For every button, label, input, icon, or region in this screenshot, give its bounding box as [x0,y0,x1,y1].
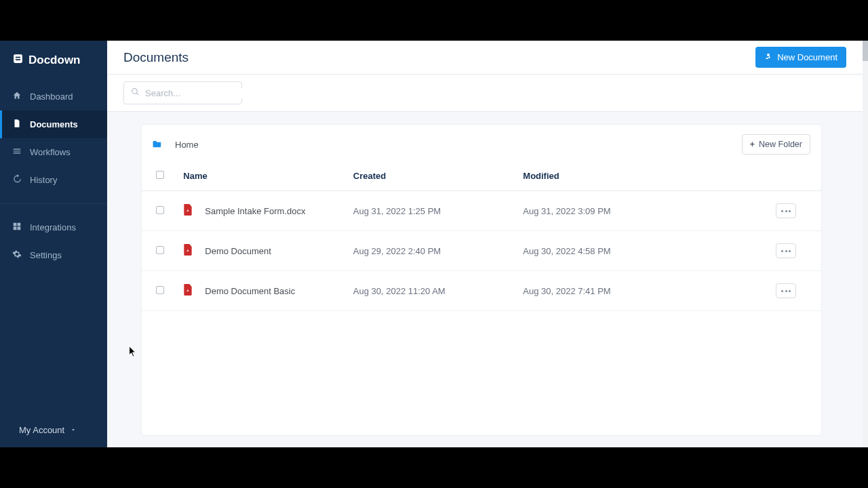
row-checkbox[interactable] [156,206,164,214]
col-header-name[interactable]: Name [178,164,348,191]
table-row[interactable]: Sample Intake Form.docx Aug 31, 2022 1:2… [142,191,821,231]
file-icon [12,119,22,130]
breadcrumb-row: Home + New Folder [142,125,821,164]
sidebar-item-documents[interactable]: Documents [0,110,107,138]
history-icon [12,174,22,186]
search-icon [131,87,140,98]
chevron-up-icon [70,425,77,435]
row-name: Sample Intake Form.docx [205,206,305,216]
row-modified: Aug 30, 2022 4:58 PM [517,231,770,271]
svg-rect-2 [16,59,20,60]
sidebar-item-dashboard[interactable]: Dashboard [0,83,107,110]
brand-logo-icon [12,53,24,68]
sidebar-item-label: Workflows [30,147,71,157]
row-checkbox[interactable] [156,246,164,254]
table-row[interactable]: Demo Document Aug 29, 2022 2:40 PM Aug 3… [142,231,821,271]
content-area: Home + New Folder Name [107,112,863,447]
sidebar-item-integrations[interactable]: Integrations [0,214,107,241]
sidebar-item-history[interactable]: History [0,166,107,194]
scrollbar-track[interactable] [863,41,868,447]
select-all-checkbox[interactable] [156,171,164,179]
new-document-label: New Document [777,52,837,62]
row-name: Demo Document Basic [205,286,295,296]
folder-icon [153,140,162,150]
page-title: Documents [123,50,189,65]
letterbox-top [0,0,868,41]
svg-rect-0 [14,54,22,63]
header: Documents New Document [107,41,863,75]
breadcrumb[interactable]: Home [153,140,199,150]
gear-icon [12,249,22,261]
documents-card: Home + New Folder Name [141,124,822,436]
nav: Dashboard Documents Workflows History [0,80,107,269]
brand[interactable]: Docdown [0,41,107,80]
row-created: Aug 31, 2022 1:25 PM [348,191,518,231]
sidebar-item-label: Integrations [30,222,76,232]
my-account-label: My Account [19,425,64,435]
col-header-created[interactable]: Created [348,164,518,191]
scrollbar-thumb[interactable] [863,41,868,61]
search-input[interactable] [145,88,259,98]
breadcrumb-home: Home [175,140,199,150]
table-header-row: Name Created Modified [142,164,821,191]
row-name: Demo Document [205,246,271,256]
main: Documents New Document [107,41,863,447]
row-checkbox[interactable] [156,286,164,294]
sidebar: Docdown Dashboard Documents Workflows [0,41,107,447]
brand-label: Docdown [28,54,81,67]
nav-separator [0,203,107,204]
app: Docdown Dashboard Documents Workflows [0,41,863,447]
home-icon [12,91,22,102]
searchbar[interactable] [123,81,242,104]
user-plus-icon [764,52,772,62]
col-header-modified[interactable]: Modified [517,164,770,191]
pdf-icon [183,284,193,298]
svg-rect-1 [16,57,20,58]
sidebar-item-settings[interactable]: Settings [0,241,107,269]
new-folder-button[interactable]: + New Folder [742,134,810,155]
letterbox-bottom [0,447,868,488]
sidebar-item-label: History [30,175,57,185]
table-row[interactable]: Demo Document Basic Aug 30, 2022 11:20 A… [142,271,821,311]
row-actions-button[interactable] [776,203,796,218]
grid-icon [12,222,22,233]
searchbar-row [107,75,863,112]
sidebar-item-label: Dashboard [30,92,73,102]
row-created: Aug 29, 2022 2:40 PM [348,231,518,271]
row-actions-button[interactable] [776,243,796,258]
new-document-button[interactable]: New Document [755,47,846,68]
row-created: Aug 30, 2022 11:20 AM [348,271,518,311]
sidebar-item-label: Documents [30,119,78,129]
documents-table: Name Created Modified [142,164,821,311]
my-account-toggle[interactable]: My Account [0,415,107,447]
row-modified: Aug 30, 2022 7:41 PM [517,271,770,311]
row-modified: Aug 31, 2022 3:09 PM [517,191,770,231]
row-actions-button[interactable] [776,283,796,298]
sidebar-item-workflows[interactable]: Workflows [0,138,107,166]
bars-icon [12,146,22,158]
pdf-icon [183,244,193,258]
pdf-icon [183,204,193,218]
plus-icon: + [750,140,755,149]
new-folder-label: New Folder [759,140,802,149]
sidebar-item-label: Settings [30,250,62,260]
